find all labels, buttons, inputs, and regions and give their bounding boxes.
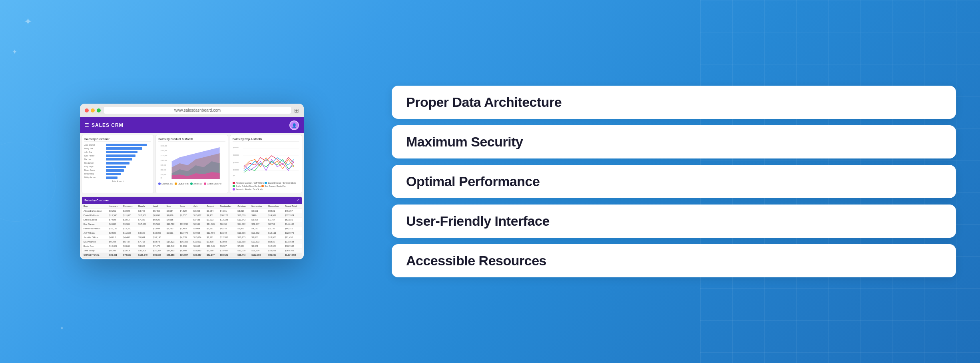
close-dot[interactable]	[85, 108, 89, 112]
browser-dots	[85, 108, 101, 112]
table-row: Max Walhed $9,348 $5,737 $7,716 $8,573 $…	[82, 240, 302, 244]
legend-label-rep2: Daniel Dekrant / Jennifer Otkins	[268, 182, 296, 184]
bar-label-8: Roger Jordan	[84, 169, 105, 171]
line-chart-legend: Alejandra Maclean / Jeff Wilkins Daniel …	[233, 182, 299, 191]
line-chart-title: Sales by Rep & Month	[233, 138, 299, 142]
svg-text:$125,000: $125,000	[161, 154, 167, 156]
table-expand-icon[interactable]: ⤢	[297, 199, 299, 202]
svg-text:$0: $0	[161, 177, 163, 179]
svg-text:$20,000: $20,000	[233, 162, 239, 164]
feature-card-interface[interactable]: User-Friendly Interface	[392, 205, 956, 238]
svg-text:$175,000: $175,000	[161, 145, 167, 147]
legend-dot-rep4	[261, 185, 264, 187]
table-section: Sales by Customer ⤢ Rep January February…	[80, 195, 304, 259]
star-decoration-2: ✦	[12, 48, 17, 56]
svg-text:$75,000: $75,000	[161, 164, 167, 166]
feature-card-security[interactable]: Maximum Security	[392, 125, 956, 158]
data-table: Rep January February March April May Jun…	[82, 204, 302, 257]
hamburger-icon[interactable]: ☰	[85, 122, 89, 128]
maximize-dot[interactable]	[97, 108, 101, 112]
legend-item-rep3: Emilio Colello / Mary Hartley	[233, 185, 261, 187]
feature-card-performance[interactable]: Optimal Performance	[392, 165, 956, 198]
table-row: Daniel DeFrank $11,548 $11,080 $17,968 $…	[82, 213, 302, 218]
bar-row-3	[106, 151, 151, 153]
svg-text:$40,000: $40,000	[233, 147, 239, 148]
star-decoration-1: ✦	[24, 16, 32, 27]
table-row: Jennifer Otkins $4,816 $4,400 $5,044 $10…	[82, 235, 302, 240]
legend-label-rep5: Fernando Pineda / Zara Scally	[236, 188, 263, 191]
table-header: Rep January February March April May Jun…	[82, 204, 302, 209]
col-feb: February	[122, 204, 137, 209]
legend-item-rep2: Daniel Dekrant / Jennifer Otkins	[265, 182, 296, 184]
col-mar: March	[137, 204, 151, 209]
feature-card-data-architecture[interactable]: Proper Data Architecture	[392, 86, 956, 119]
minimize-dot[interactable]	[91, 108, 95, 112]
bar-chart-card: Sales by Customer Jose Mitchell Brady Tu…	[82, 135, 154, 193]
table-row: Zara Scally $8,248 $2,014 $31,308 $21,35…	[82, 249, 302, 253]
browser-mockup-section: www.salesdashboard.com ⊞ ☰ SALES CRM 👤 S…	[0, 104, 384, 259]
bar-label-4: Kylie Palmer	[84, 155, 105, 157]
star-decoration-3: ✦	[60, 325, 64, 331]
svg-text:$100,000: $100,000	[161, 159, 167, 161]
crm-header: ☰ SALES CRM 👤	[80, 117, 304, 133]
bar-label-6: Ros Jansen	[84, 162, 105, 164]
grand-total-row: GRAND TOTAL $89,461 $79,560 $105,549 $96…	[82, 253, 302, 257]
svg-text:$50,000: $50,000	[161, 169, 167, 171]
col-rep: Rep	[82, 204, 108, 209]
bar-chart-xaxis: Total Amount	[84, 180, 151, 183]
legend-label-rep4: Eric Garner / Rosie Carr	[265, 185, 286, 187]
bar-label-2: Brady Turk	[84, 148, 105, 150]
grid-icon: ⊞	[294, 107, 299, 114]
legend-dot-rep5	[233, 188, 235, 191]
col-oct: October	[236, 204, 250, 209]
bar-row-5	[106, 158, 151, 160]
table-row: Rosie Dorr $15,002 $3,845 $3,087 $7,470 …	[82, 244, 302, 249]
legend-dot-rep1	[233, 182, 235, 184]
bar-row-7	[106, 166, 151, 168]
legend-item-1: Dauntus 302	[158, 183, 173, 185]
avatar: 👤	[289, 120, 299, 130]
area-chart-svg: $175,000 $150,000 $125,000 $100,000 $75,…	[158, 143, 225, 179]
legend-dot-3	[190, 183, 193, 185]
svg-text:$10,000: $10,000	[233, 169, 239, 171]
line-chart-svg: $40,000 $30,000 $20,000 $10,000 $0	[233, 143, 299, 179]
legend-label-1: Dauntus 302	[161, 183, 173, 185]
browser-icons: ⊞	[294, 107, 299, 114]
bar-label-5: Mar Lee	[84, 158, 105, 160]
legend-dot-rep2	[265, 182, 267, 184]
bar-label-7: Kelly Singh	[84, 166, 105, 168]
table-header-row: Sales by Customer ⤢	[82, 197, 302, 204]
crm-logo-area: ☰ SALES CRM	[85, 122, 123, 128]
legend-item-2: Lavitus VPB	[175, 183, 189, 185]
cell-jan: $8,261	[108, 209, 122, 213]
col-aug: August	[205, 204, 218, 209]
legend-item-4: Celtion Dans 40	[204, 183, 221, 185]
bar-label-9: Betsy Hong	[84, 173, 105, 175]
legend-label-4: Celtion Dans 40	[207, 183, 221, 185]
feature-card-resources[interactable]: Accessible Resources	[392, 244, 956, 277]
svg-text:$30,000: $30,000	[233, 154, 239, 156]
legend-label-3: Amites 99	[193, 183, 202, 185]
legend-label-rep1: Alejandra Maclean / Jeff Wilkins	[236, 182, 264, 184]
feature-label-security: Maximum Security	[406, 134, 523, 149]
bar-row-8	[106, 169, 151, 172]
svg-text:$25,000: $25,000	[161, 174, 167, 176]
bar-label-3: John Doe	[84, 151, 105, 153]
legend-item-rep4: Eric Garner / Rosie Carr	[261, 185, 286, 187]
feature-label-data-architecture: Proper Data Architecture	[406, 94, 562, 110]
legend-label-rep3: Emilio Colello / Mary Hartley	[236, 185, 261, 187]
browser-window: www.salesdashboard.com ⊞ ☰ SALES CRM 👤 S…	[80, 104, 304, 259]
legend-label-2: Lavitus VPB	[178, 183, 189, 185]
table-row: Fernando Pineda $10,138 $12,210 $7,844 $…	[82, 227, 302, 231]
url-bar[interactable]: www.salesdashboard.com	[104, 107, 291, 114]
bar-row-4	[106, 154, 151, 157]
col-total: Grand Total	[283, 204, 302, 209]
col-jun: June	[178, 204, 191, 209]
bar-row-10	[106, 176, 151, 179]
legend-dot-rep3	[233, 185, 235, 187]
area-chart-title: Sales by Product & Month	[158, 138, 225, 142]
charts-row: Sales by Customer Jose Mitchell Brady Tu…	[80, 133, 304, 195]
feature-label-interface: User-Friendly Interface	[406, 213, 550, 229]
cell-name: Alejandra Maclean	[82, 209, 108, 213]
bar-label-10: Bobby Farmer	[84, 176, 105, 178]
